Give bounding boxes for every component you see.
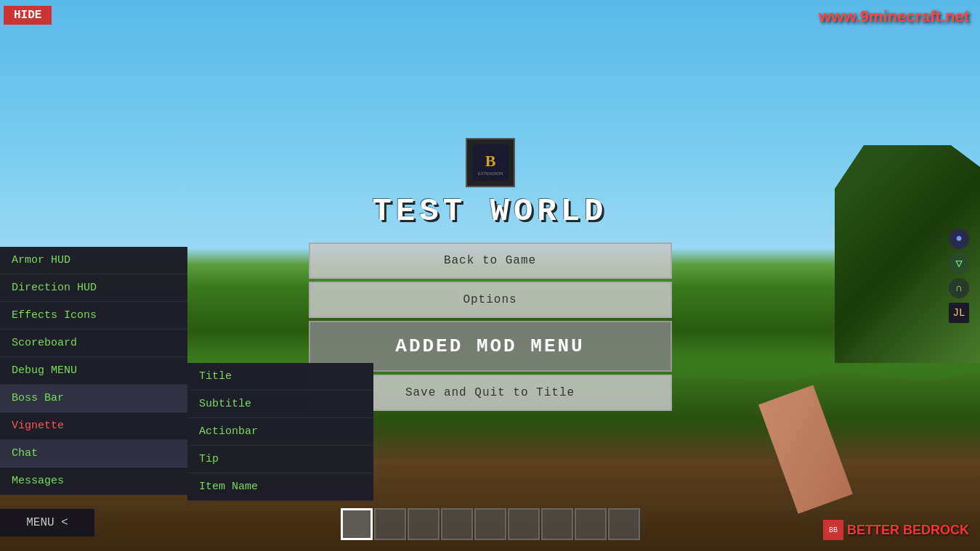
better-bedrock-icon: BB xyxy=(823,520,843,540)
hotbar-slot-3[interactable] xyxy=(408,508,440,540)
left-sidebar: Armor HUD Direction HUD Effects Icons Sc… xyxy=(0,247,187,495)
sidebar-item-debug-menu[interactable]: Debug MENU xyxy=(0,357,187,385)
sidebar-item-vignette[interactable]: Vignette xyxy=(0,412,187,440)
world-title: TEST WORLD xyxy=(372,193,607,229)
second-sidebar-item-item-name[interactable]: Item Name xyxy=(187,473,373,501)
hotbar-slot-5[interactable] xyxy=(474,508,506,540)
back-to-game-button[interactable]: Back to Game xyxy=(309,242,672,279)
second-sidebar-item-title[interactable]: Title xyxy=(187,363,373,391)
hud-icon-4: JL xyxy=(949,303,969,323)
sidebar-item-messages[interactable]: Messages xyxy=(0,468,187,495)
watermark: www.9minecraft.net xyxy=(819,7,969,26)
sidebar-item-armor-hud[interactable]: Armor HUD xyxy=(0,247,187,274)
hotbar-slot-4[interactable] xyxy=(441,508,473,540)
better-bedrock-label: BETTER BEDROCK xyxy=(847,523,969,538)
second-sidebar: Title Subtitle Actionbar Tip Item Name xyxy=(187,363,373,501)
second-sidebar-item-subtitle[interactable]: Subtitle xyxy=(187,391,373,418)
hotbar-slot-6[interactable] xyxy=(508,508,540,540)
options-button[interactable]: Options xyxy=(309,282,672,318)
hud-icon-2: ▽ xyxy=(949,253,969,274)
second-sidebar-item-tip[interactable]: Tip xyxy=(187,446,373,473)
svg-text:B: B xyxy=(485,152,495,170)
hud-icon-1: ● xyxy=(949,229,969,249)
sidebar-item-chat[interactable]: Chat xyxy=(0,440,187,468)
right-hud: ● ▽ ∩ JL xyxy=(949,229,969,323)
hotbar-slot-1[interactable] xyxy=(341,508,373,540)
svg-text:EXTENSION: EXTENSION xyxy=(477,171,503,176)
hotbar-slot-2[interactable] xyxy=(374,508,406,540)
sidebar-item-boss-bar[interactable]: Boss Bar xyxy=(0,385,187,412)
sidebar-item-direction-hud[interactable]: Direction HUD xyxy=(0,274,187,302)
hotbar-slot-9[interactable] xyxy=(608,508,640,540)
mod-logo: B EXTENSION xyxy=(466,138,515,187)
second-sidebar-item-actionbar[interactable]: Actionbar xyxy=(187,418,373,446)
sidebar-item-effects-icons[interactable]: Effects Icons xyxy=(0,302,187,330)
hotbar xyxy=(341,508,640,540)
hud-icon-3: ∩ xyxy=(949,278,969,298)
sidebar-item-scoreboard[interactable]: Scoreboard xyxy=(0,330,187,357)
hotbar-slot-7[interactable] xyxy=(541,508,573,540)
hide-button[interactable]: HIDE xyxy=(4,6,52,25)
hotbar-slot-8[interactable] xyxy=(575,508,607,540)
menu-back-button[interactable]: MENU < xyxy=(0,509,94,536)
better-bedrock-branding: BB BETTER BEDROCK xyxy=(823,520,969,540)
